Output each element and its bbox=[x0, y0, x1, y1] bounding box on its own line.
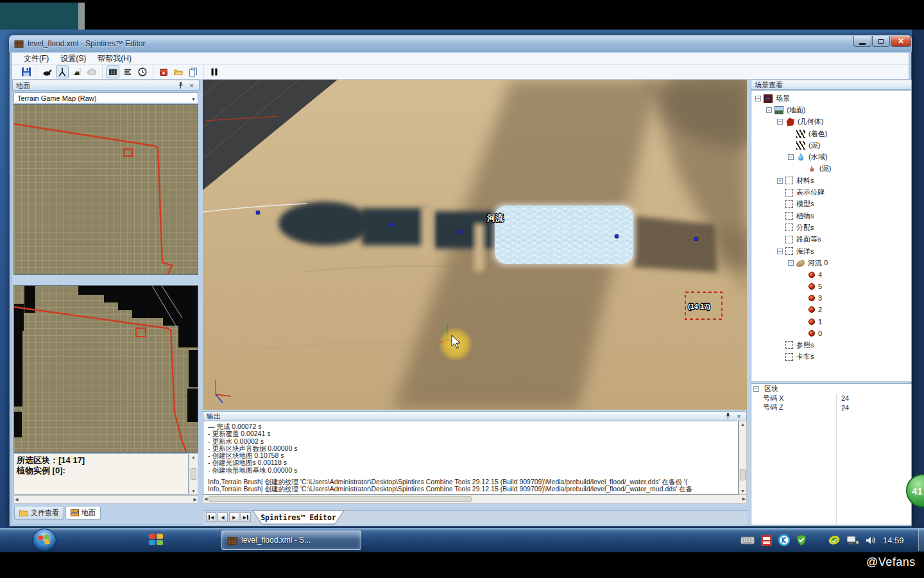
terrain-map-dropdown[interactable]: Terrain Game Map (Raw)▼ bbox=[13, 92, 198, 103]
tray-network-icon[interactable] bbox=[846, 536, 859, 545]
visible-blocks-minimap[interactable] bbox=[13, 285, 198, 453]
terrain-blocks-icon[interactable] bbox=[107, 66, 119, 78]
close-panel-icon[interactable]: × bbox=[187, 82, 196, 89]
first-tab-icon[interactable]: ◀ bbox=[206, 512, 216, 522]
copy-pages-icon[interactable] bbox=[187, 66, 200, 78]
sphere-icon bbox=[809, 319, 815, 325]
maximize-button[interactable] bbox=[872, 36, 890, 47]
show-desktop-button[interactable] bbox=[918, 529, 924, 551]
tree-item[interactable]: 模型s bbox=[751, 198, 911, 210]
document-tab[interactable]: Spintires™ Editor bbox=[252, 511, 345, 525]
info-horizontal-scrollbar[interactable]: ◀▶ bbox=[13, 495, 198, 504]
prev-tab-icon[interactable]: ◀ bbox=[218, 512, 228, 522]
tree-item[interactable]: (泥) bbox=[751, 139, 911, 151]
tree-item[interactable]: 5 bbox=[751, 281, 911, 292]
last-tab-icon[interactable]: ▶ bbox=[241, 512, 251, 522]
start-button[interactable] bbox=[32, 529, 56, 552]
plants-icon[interactable] bbox=[71, 66, 83, 78]
pin-icon[interactable] bbox=[724, 412, 732, 420]
property-grid-divider[interactable] bbox=[836, 394, 837, 525]
tree-expander[interactable]: − bbox=[788, 260, 794, 266]
menu-help[interactable]: 帮帮我(H) bbox=[92, 53, 137, 65]
scroll-right-icon[interactable]: ▶ bbox=[194, 497, 197, 502]
tree-expander[interactable]: − bbox=[788, 154, 794, 160]
tray-keyboard-icon[interactable] bbox=[740, 536, 755, 545]
tree-item[interactable]: −(几何体) bbox=[751, 116, 911, 128]
tree-expander[interactable]: − bbox=[777, 249, 783, 254]
close-panel-icon[interactable]: × bbox=[735, 412, 743, 420]
tree-item[interactable]: −(地面) bbox=[751, 104, 911, 116]
scroll-down-icon[interactable]: ▼ bbox=[191, 489, 196, 493]
output-log[interactable]: — 完成 0.00072 s- 更新覆盖 0.00241 s- 更新水 0.00… bbox=[203, 421, 739, 495]
pause-icon[interactable] bbox=[208, 66, 221, 78]
pin-icon[interactable] bbox=[176, 82, 185, 89]
walk-person-icon[interactable] bbox=[56, 66, 69, 78]
tree-item[interactable]: 0 bbox=[751, 328, 911, 339]
property-row[interactable]: 号码 X 24 bbox=[751, 394, 911, 403]
tab-terrain[interactable]: 地面 bbox=[65, 507, 101, 520]
close-button[interactable]: ✕ bbox=[891, 36, 911, 47]
time-clock-icon[interactable] bbox=[136, 66, 149, 78]
scroll-up-icon[interactable]: ▲ bbox=[740, 422, 745, 426]
tree-item[interactable]: (着色) bbox=[751, 128, 911, 139]
open-folder-icon[interactable] bbox=[172, 66, 185, 78]
scroll-up-icon[interactable]: ▲ bbox=[191, 455, 196, 459]
scroll-left-icon[interactable]: ◀ bbox=[15, 497, 18, 502]
tree-item[interactable]: −场景 bbox=[751, 92, 911, 104]
tree-expander[interactable]: − bbox=[753, 386, 759, 392]
terrain-minimap[interactable] bbox=[13, 104, 198, 275]
tray-app-blue-icon[interactable] bbox=[778, 534, 790, 546]
tree-item[interactable]: +材料s bbox=[751, 175, 911, 186]
scroll-thumb[interactable] bbox=[209, 496, 472, 502]
tree-item[interactable]: 分配s bbox=[751, 222, 911, 233]
tree-item[interactable]: 参照s bbox=[751, 339, 911, 351]
tree-item[interactable]: 4 bbox=[751, 268, 911, 280]
tab-file-view[interactable]: 文件查看 bbox=[14, 507, 64, 520]
tree-item[interactable]: −(水域) bbox=[751, 151, 911, 162]
paint-brush-icon[interactable] bbox=[41, 66, 54, 78]
output-vertical-scrollbar[interactable]: ▲▼ bbox=[739, 421, 747, 495]
block-group-row[interactable]: − 区块 bbox=[751, 384, 911, 394]
tree-expander[interactable]: + bbox=[777, 178, 783, 184]
tree-expander[interactable]: − bbox=[777, 119, 783, 125]
property-row[interactable]: 号码 Z 24 bbox=[751, 403, 911, 413]
scroll-left-icon[interactable]: ◀ bbox=[204, 496, 207, 502]
info-vertical-scrollbar[interactable]: ▲▼ bbox=[189, 453, 198, 495]
tray-app-red-icon[interactable] bbox=[761, 535, 772, 546]
package-icon[interactable] bbox=[157, 66, 170, 78]
tree-item[interactable]: (泥) bbox=[751, 163, 911, 175]
taskbar-clock[interactable]: 14:59 bbox=[883, 536, 904, 545]
save-icon[interactable] bbox=[20, 66, 33, 78]
clouds-icon[interactable] bbox=[85, 66, 98, 78]
tree-item[interactable]: 表示位牌 bbox=[751, 186, 911, 198]
tray-volume-icon[interactable] bbox=[866, 536, 877, 545]
viewport-3d[interactable]: 河流 (14 17) bbox=[203, 80, 747, 410]
tree-expander[interactable]: − bbox=[766, 107, 772, 113]
tree-item[interactable]: 卡车s bbox=[751, 351, 911, 363]
minimize-button[interactable]: ▬ bbox=[853, 36, 871, 47]
scroll-right-icon[interactable]: ▶ bbox=[742, 496, 746, 502]
terrain-map-dropdown-value: Terrain Game Map (Raw) bbox=[17, 94, 96, 102]
tree-item[interactable]: 路面等s bbox=[751, 234, 911, 245]
taskbar-quick-launch-icon[interactable] bbox=[149, 534, 164, 547]
title-bar[interactable]: level_flood.xml - Spintires™ Editor bbox=[9, 35, 912, 52]
next-tab-icon[interactable]: ▶ bbox=[229, 512, 239, 522]
output-horizontal-scrollbar[interactable]: ◀ ▶ bbox=[203, 495, 747, 504]
scroll-down-icon[interactable]: ▼ bbox=[740, 489, 745, 493]
tree-item[interactable]: −河流 0 bbox=[751, 257, 911, 268]
layer-levels-icon[interactable] bbox=[121, 66, 134, 78]
tree-expander[interactable]: − bbox=[755, 96, 761, 101]
tree-item[interactable]: −海洋s bbox=[751, 245, 911, 257]
scroll-thumb[interactable] bbox=[740, 469, 746, 480]
tree-item[interactable]: 植物s bbox=[751, 210, 911, 222]
taskbar-app-button[interactable]: level_flood.xml - S... bbox=[221, 530, 361, 550]
tree-item[interactable]: 2 bbox=[751, 304, 911, 315]
menu-file[interactable]: 文件(F) bbox=[19, 53, 54, 65]
tree-item[interactable]: 3 bbox=[751, 292, 911, 304]
scroll-thumb[interactable] bbox=[191, 468, 196, 480]
tree-item[interactable]: 1 bbox=[751, 316, 911, 328]
tray-security-shield-icon[interactable] bbox=[796, 534, 807, 546]
menu-settings[interactable]: 设置(S) bbox=[55, 53, 91, 65]
output-line: - 更新区块声音数据 0.00000 s bbox=[208, 445, 738, 452]
tray-app-green-icon[interactable] bbox=[828, 534, 840, 546]
